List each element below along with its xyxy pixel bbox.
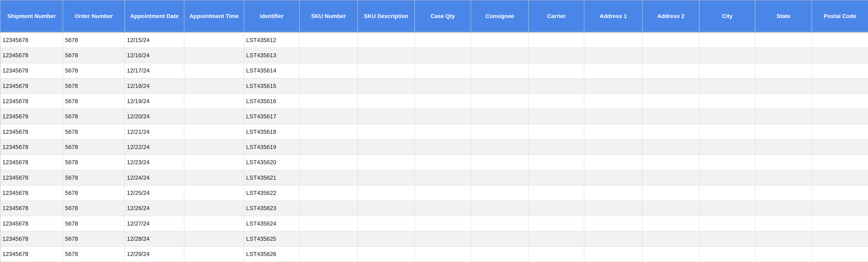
- column-header-consignee: Consignee: [471, 0, 529, 33]
- cell-city: [700, 247, 755, 262]
- cell-consignee: [471, 63, 529, 78]
- cell-address-1: [584, 124, 643, 140]
- cell-postal-code: [812, 109, 868, 124]
- cell-appointment-time: [184, 231, 244, 247]
- cell-shipment-number: 12345678: [0, 155, 63, 170]
- cell-consignee: [471, 48, 529, 63]
- cell-identifier: LST435626: [244, 247, 300, 262]
- column-header-city: City: [700, 0, 755, 33]
- cell-identifier: LST435623: [244, 201, 300, 216]
- column-header-carrier: Carrier: [529, 0, 584, 33]
- cell-consignee: [471, 33, 529, 48]
- cell-sku-number: [300, 201, 358, 216]
- cell-city: [700, 140, 755, 155]
- column-header-state: State: [755, 0, 812, 33]
- cell-carrier: [529, 63, 584, 78]
- table-row: 12345678567812/20/24LST435617: [0, 109, 868, 124]
- cell-order-number: 5678: [63, 231, 125, 247]
- column-header-order-number: Order Number: [63, 0, 125, 33]
- cell-order-number: 5678: [63, 63, 125, 78]
- cell-postal-code: [812, 201, 868, 216]
- cell-order-number: 5678: [63, 94, 125, 109]
- cell-address-1: [584, 78, 643, 94]
- column-header-postal-code: Postal Code: [812, 0, 868, 33]
- table-row: 12345678567812/29/24LST435626: [0, 247, 868, 262]
- cell-appointment-time: [184, 48, 244, 63]
- cell-order-number: 5678: [63, 155, 125, 170]
- cell-appointment-date: 12/17/24: [125, 63, 184, 78]
- cell-address-2: [643, 78, 700, 94]
- shipment-table: Shipment NumberOrder NumberAppointment D…: [0, 0, 868, 262]
- spreadsheet-viewport: Shipment NumberOrder NumberAppointment D…: [0, 0, 868, 262]
- cell-address-1: [584, 170, 643, 185]
- cell-sku-description: [358, 94, 415, 109]
- column-header-appointment-date: Appointment Date: [125, 0, 184, 33]
- column-header-appointment-time: Appointment Time: [184, 0, 244, 33]
- cell-identifier: LST435617: [244, 109, 300, 124]
- cell-order-number: 5678: [63, 48, 125, 63]
- cell-address-2: [643, 155, 700, 170]
- cell-postal-code: [812, 33, 868, 48]
- table-row: 12345678567812/28/24LST435625: [0, 231, 868, 247]
- cell-appointment-time: [184, 140, 244, 155]
- cell-city: [700, 201, 755, 216]
- cell-shipment-number: 12345678: [0, 94, 63, 109]
- column-header-identifier: Identifier: [244, 0, 300, 33]
- cell-state: [755, 33, 812, 48]
- cell-address-1: [584, 216, 643, 231]
- cell-state: [755, 140, 812, 155]
- cell-order-number: 5678: [63, 247, 125, 262]
- cell-consignee: [471, 109, 529, 124]
- header-row: Shipment NumberOrder NumberAppointment D…: [0, 0, 868, 33]
- cell-consignee: [471, 216, 529, 231]
- cell-shipment-number: 12345678: [0, 231, 63, 247]
- cell-state: [755, 185, 812, 201]
- cell-city: [700, 63, 755, 78]
- cell-postal-code: [812, 48, 868, 63]
- cell-state: [755, 231, 812, 247]
- cell-sku-number: [300, 78, 358, 94]
- cell-carrier: [529, 33, 584, 48]
- cell-carrier: [529, 140, 584, 155]
- column-header-sku-description: SKU Description: [358, 0, 415, 33]
- cell-sku-description: [358, 63, 415, 78]
- cell-postal-code: [812, 124, 868, 140]
- cell-sku-number: [300, 94, 358, 109]
- cell-identifier: LST435624: [244, 216, 300, 231]
- cell-address-2: [643, 94, 700, 109]
- column-header-shipment-number: Shipment Number: [0, 0, 63, 33]
- cell-carrier: [529, 216, 584, 231]
- cell-carrier: [529, 231, 584, 247]
- cell-sku-number: [300, 216, 358, 231]
- cell-sku-description: [358, 201, 415, 216]
- cell-state: [755, 155, 812, 170]
- cell-appointment-date: 12/27/24: [125, 216, 184, 231]
- cell-city: [700, 170, 755, 185]
- cell-address-1: [584, 201, 643, 216]
- cell-identifier: LST435615: [244, 78, 300, 94]
- cell-address-1: [584, 247, 643, 262]
- cell-order-number: 5678: [63, 185, 125, 201]
- table-row: 12345678567812/22/24LST435619: [0, 140, 868, 155]
- table-row: 12345678567812/27/24LST435624: [0, 216, 868, 231]
- cell-shipment-number: 12345678: [0, 48, 63, 63]
- cell-city: [700, 48, 755, 63]
- cell-carrier: [529, 201, 584, 216]
- cell-sku-number: [300, 63, 358, 78]
- cell-sku-number: [300, 109, 358, 124]
- cell-appointment-time: [184, 170, 244, 185]
- cell-case-qty: [415, 231, 471, 247]
- cell-sku-number: [300, 140, 358, 155]
- cell-address-2: [643, 185, 700, 201]
- cell-order-number: 5678: [63, 216, 125, 231]
- cell-postal-code: [812, 78, 868, 94]
- cell-identifier: LST435614: [244, 63, 300, 78]
- cell-appointment-date: 12/20/24: [125, 109, 184, 124]
- column-header-sku-number: SKU Number: [300, 0, 358, 33]
- cell-appointment-date: 12/24/24: [125, 170, 184, 185]
- cell-sku-description: [358, 48, 415, 63]
- cell-address-2: [643, 216, 700, 231]
- cell-appointment-time: [184, 78, 244, 94]
- cell-sku-description: [358, 231, 415, 247]
- cell-address-2: [643, 231, 700, 247]
